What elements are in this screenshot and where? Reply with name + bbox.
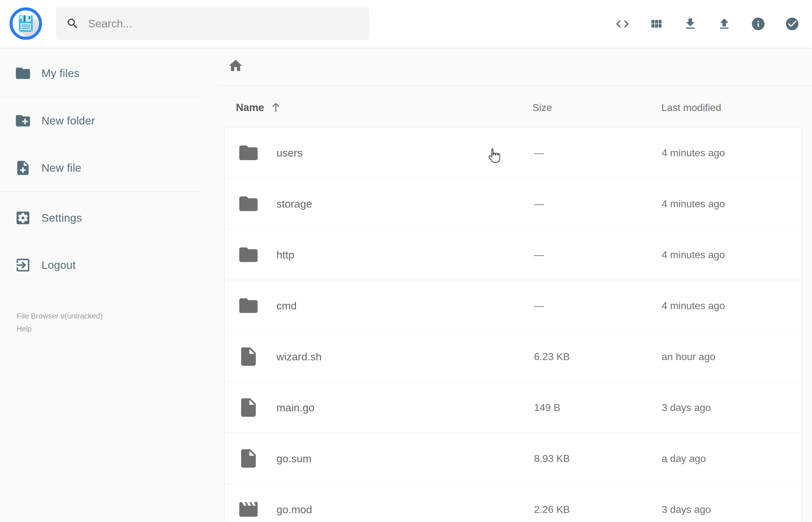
upload-icon bbox=[717, 17, 731, 31]
column-header-size[interactable]: Size bbox=[532, 98, 552, 117]
sidebar-item-new-folder[interactable]: New folder bbox=[0, 97, 199, 144]
logout-icon bbox=[15, 257, 32, 274]
info-button[interactable] bbox=[751, 17, 766, 32]
sidebar: My files New folder New file Settings bbox=[0, 48, 199, 522]
folder-icon bbox=[238, 142, 260, 164]
file-list: users — 4 minutes ago storage — 4 minute… bbox=[225, 127, 801, 522]
file-row-go-mod[interactable]: go.mod 2.26 KB 3 days ago bbox=[225, 484, 801, 522]
file-icon bbox=[238, 397, 260, 419]
sidebar-footer: File Browser v(untracked) Help bbox=[17, 311, 103, 333]
app-logo-button[interactable] bbox=[9, 7, 42, 40]
sidebar-item-new-file[interactable]: New file bbox=[0, 144, 199, 192]
folder-icon bbox=[15, 65, 32, 82]
file-row-storage[interactable]: storage — 4 minutes ago bbox=[225, 178, 801, 229]
select-multiple-button[interactable] bbox=[785, 17, 799, 32]
sidebar-item-label: Logout bbox=[41, 259, 76, 272]
version-link[interactable]: File Browser v(untracked) bbox=[17, 311, 103, 321]
upload-button[interactable] bbox=[717, 17, 731, 32]
file-icon bbox=[238, 346, 260, 367]
folder-plus-icon bbox=[15, 112, 32, 129]
download-icon bbox=[683, 17, 697, 31]
file-row-go-sum[interactable]: go.sum 8.93 KB a day ago bbox=[225, 433, 801, 484]
sidebar-divider bbox=[0, 192, 199, 192]
sidebar-item-settings[interactable]: Settings bbox=[0, 194, 199, 241]
column-header-name[interactable]: Name bbox=[236, 98, 282, 117]
file-row-http[interactable]: http — 4 minutes ago bbox=[225, 229, 801, 280]
sidebar-item-label: New file bbox=[41, 162, 81, 174]
listing-header: Name Size Last modified bbox=[199, 98, 812, 117]
floppy-disk-icon bbox=[9, 7, 42, 40]
file-row-cmd[interactable]: cmd — 4 minutes ago bbox=[225, 280, 801, 331]
search-bar[interactable] bbox=[56, 7, 369, 40]
file-row-users[interactable]: users — 4 minutes ago bbox=[225, 127, 801, 178]
sidebar-item-logout[interactable]: Logout bbox=[0, 241, 199, 289]
topbar-actions bbox=[615, 0, 799, 48]
folder-icon bbox=[238, 193, 260, 215]
home-icon bbox=[228, 58, 243, 74]
shell-button[interactable] bbox=[615, 17, 630, 32]
file-row-main-go[interactable]: main.go 149 B 3 days ago bbox=[225, 382, 801, 433]
folder-icon bbox=[238, 244, 260, 266]
file-listing-area: Name Size Last modified users — 4 minute… bbox=[199, 48, 812, 522]
code-icon bbox=[615, 16, 630, 32]
column-header-modified[interactable]: Last modified bbox=[662, 98, 721, 117]
file-icon bbox=[238, 447, 260, 469]
grid-view-icon bbox=[649, 17, 663, 31]
topbar bbox=[0, 0, 812, 48]
folder-icon bbox=[238, 295, 260, 317]
check-circle-icon bbox=[785, 16, 800, 32]
breadcrumb-home-button[interactable] bbox=[228, 58, 243, 74]
info-icon bbox=[751, 16, 766, 32]
sidebar-item-my-files[interactable]: My files bbox=[0, 50, 199, 97]
search-input[interactable] bbox=[88, 14, 369, 33]
download-button[interactable] bbox=[683, 17, 697, 32]
arrow-up-icon bbox=[269, 101, 282, 114]
switch-view-button[interactable] bbox=[649, 17, 664, 32]
sidebar-item-label: Settings bbox=[41, 212, 82, 224]
movie-icon bbox=[238, 498, 260, 520]
breadcrumb-divider bbox=[217, 85, 812, 86]
sidebar-item-label: New folder bbox=[41, 115, 95, 127]
gear-icon bbox=[15, 209, 32, 226]
sidebar-item-label: My files bbox=[41, 67, 80, 80]
search-icon bbox=[66, 17, 79, 30]
help-link[interactable]: Help bbox=[17, 325, 103, 333]
file-row-wizard-sh[interactable]: wizard.sh 6.23 KB an hour ago bbox=[225, 331, 801, 382]
file-plus-icon bbox=[15, 159, 32, 176]
